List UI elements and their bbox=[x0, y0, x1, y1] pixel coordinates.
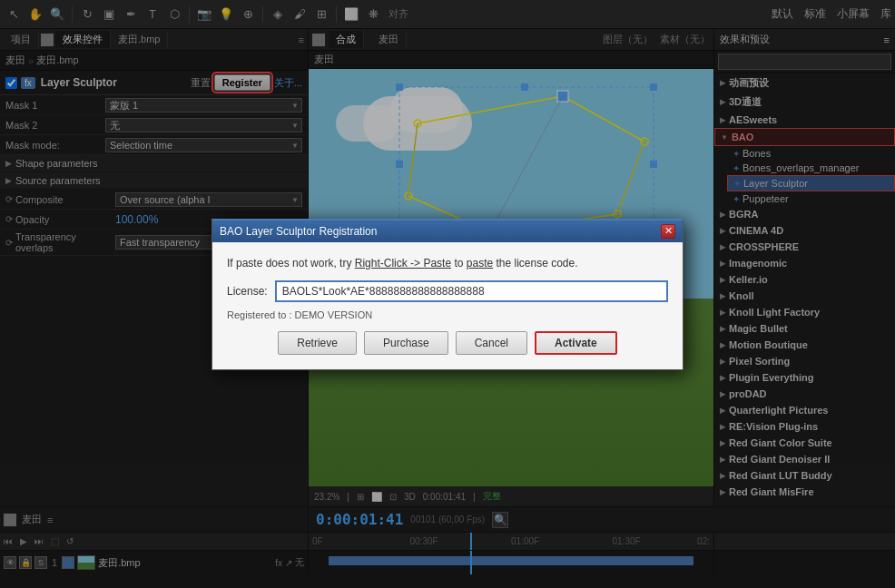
dialog-body: If paste does not work, try Right-Click … bbox=[212, 242, 683, 369]
dialog-close-button[interactable]: ✕ bbox=[661, 224, 675, 239]
retrieve-button[interactable]: Retrieve bbox=[278, 331, 357, 355]
dialog-instruction: If paste does not work, try Right-Click … bbox=[227, 257, 668, 270]
dialog-footer: Retrieve Purchase Cancel Activate bbox=[227, 331, 668, 355]
registration-dialog: BAO Layer Sculptor Registration ✕ If pas… bbox=[211, 219, 684, 370]
registered-to-row: Registered to : DEMO VERSION bbox=[227, 309, 668, 320]
paste-text: paste bbox=[467, 257, 493, 270]
license-row: License: bbox=[227, 280, 668, 302]
dialog-title: BAO Layer Sculptor Registration bbox=[220, 225, 377, 238]
registered-to-label: Registered to : bbox=[227, 309, 292, 320]
purchase-button[interactable]: Purchase bbox=[364, 331, 448, 355]
dialog-title-bar: BAO Layer Sculptor Registration ✕ bbox=[212, 220, 683, 242]
registered-to-value: DEMO VERSION bbox=[295, 309, 373, 320]
activate-button[interactable]: Activate bbox=[535, 331, 617, 355]
cancel-button[interactable]: Cancel bbox=[456, 331, 527, 355]
license-input[interactable] bbox=[275, 280, 668, 302]
dialog-overlay: BAO Layer Sculptor Registration ✕ If pas… bbox=[0, 0, 895, 588]
license-label: License: bbox=[227, 285, 268, 298]
right-click-paste-text: Right-Click -> Paste bbox=[355, 257, 451, 270]
